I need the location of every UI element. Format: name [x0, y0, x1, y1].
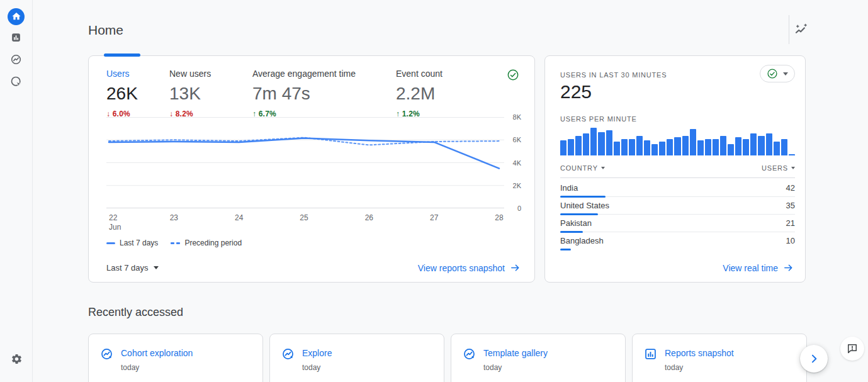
metric-value: 2.2M: [396, 84, 442, 104]
per-minute-bar: [735, 137, 741, 155]
chevron-down-icon: [154, 266, 159, 269]
country-column-header[interactable]: COUNTRY: [560, 164, 605, 172]
recent-card-title: Template gallery: [483, 348, 548, 358]
realtime-users-value: 225: [560, 81, 592, 103]
data-quality-check-icon[interactable]: [507, 69, 519, 84]
metric-label: Event count: [396, 69, 442, 79]
insights-sparkline-icon: [794, 22, 809, 39]
recent-card-title: Cohort exploration: [121, 348, 193, 358]
per-minute-bar: [575, 136, 582, 155]
recent-card-time: today: [302, 363, 332, 372]
feedback-button[interactable]: [840, 337, 864, 361]
country-users-value: 10: [786, 236, 795, 245]
sidebar-item-settings[interactable]: [8, 351, 25, 369]
users-line-chart[interactable]: [106, 117, 504, 208]
country-row-pakistan[interactable]: Pakistan21: [560, 215, 795, 232]
x-axis-tick-label: 24: [235, 213, 243, 223]
legend-label: Preceding period: [184, 239, 242, 247]
overview-card-footer: Last 7 days View reports snapshot: [106, 262, 521, 273]
x-axis-tick-label: 26: [365, 213, 373, 223]
date-range-selector[interactable]: Last 7 days: [106, 263, 159, 272]
metric-users[interactable]: Users26K↓ 6.0%: [106, 69, 169, 118]
y-axis-tick-label: 4K: [513, 160, 521, 167]
view-real-time-label: View real time: [723, 263, 778, 273]
chevron-down-icon: [791, 167, 795, 169]
view-reports-snapshot-label: View reports snapshot: [418, 263, 505, 273]
recent-card-cohort-exploration[interactable]: Cohort explorationtoday: [88, 334, 263, 382]
per-minute-bar: [774, 142, 780, 155]
recent-card-time: today: [121, 363, 193, 372]
metric-label: Users: [106, 69, 169, 79]
per-minute-bar: [750, 133, 757, 155]
recently-accessed-title: Recently accessed: [88, 306, 183, 319]
metric-value: 7m 47s: [252, 84, 396, 104]
per-minute-bar: [636, 136, 643, 155]
realtime-table-header: COUNTRY USERS: [560, 164, 795, 178]
country-column-label: COUNTRY: [560, 164, 598, 172]
legend-label: Last 7 days: [120, 239, 158, 247]
per-minute-bar: [743, 139, 749, 155]
explore-icon: [463, 347, 476, 361]
arrow-right-icon: [510, 262, 521, 273]
sidebar: [0, 0, 33, 382]
sidebar-item-explore[interactable]: [8, 52, 25, 69]
metric-value: 13K: [169, 84, 252, 104]
sidebar-item-home[interactable]: [8, 8, 25, 25]
realtime-country-table: India42United States35Pakistan21Banglade…: [560, 179, 795, 249]
overview-card: Users26K↓ 6.0%New users13K↓ 8.2%Average …: [88, 55, 535, 283]
insights-button[interactable]: [792, 21, 811, 40]
arrow-right-icon: [783, 262, 794, 273]
per-minute-bar: [568, 139, 574, 155]
recent-card-text: Template gallerytoday: [483, 348, 548, 372]
x-axis-tick-label: 25: [300, 213, 308, 223]
header-divider: [789, 15, 789, 44]
recent-card-explore[interactable]: Exploretoday: [269, 334, 444, 382]
feedback-icon: [846, 342, 859, 355]
per-minute-bar: [629, 139, 635, 155]
realtime-card: USERS IN LAST 30 MINUTES 225 USERS PER M…: [544, 55, 806, 283]
x-axis-tick-label: 28: [495, 213, 503, 223]
view-real-time-link[interactable]: View real time: [723, 262, 794, 273]
recent-card-text: Reports snapshottoday: [665, 348, 734, 372]
chart-legend: Last 7 daysPreceding period: [106, 239, 242, 247]
recent-card-text: Exploretoday: [302, 348, 332, 372]
per-minute-bar: [705, 139, 711, 155]
country-name: India: [560, 183, 578, 193]
carousel-next-button[interactable]: [800, 345, 828, 373]
users-column-header[interactable]: USERS: [762, 164, 795, 172]
metric-label: New users: [169, 69, 252, 79]
country-row-united-states[interactable]: United States35: [560, 197, 795, 215]
recent-card-reports-snapshot[interactable]: Reports snapshottoday: [632, 334, 807, 382]
users-per-minute-chart[interactable]: [560, 128, 795, 155]
reports-icon: [644, 347, 657, 361]
users-per-minute-label: USERS PER MINUTE: [560, 115, 637, 123]
metric-event-count[interactable]: Event count2.2M↑ 1.2%: [396, 69, 442, 118]
per-minute-bar: [690, 129, 696, 155]
explore-icon: [281, 347, 295, 361]
y-axis-tick-label: 6K: [513, 137, 521, 143]
per-minute-bar: [674, 137, 680, 155]
recent-card-time: today: [665, 363, 734, 372]
per-minute-bar: [667, 139, 673, 155]
country-row-india[interactable]: India42: [560, 179, 795, 197]
per-minute-bar: [659, 142, 665, 155]
country-row-bangladesh[interactable]: Bangladesh10: [560, 232, 795, 249]
metric-average-engagement-time[interactable]: Average engagement time7m 47s↑ 6.7%: [252, 69, 396, 118]
country-name: United States: [560, 201, 609, 210]
recent-card-title: Reports snapshot: [665, 348, 734, 358]
per-minute-bar: [651, 144, 658, 155]
x-axis-tick-label: 23: [170, 213, 178, 223]
realtime-status-dropdown[interactable]: [760, 65, 795, 82]
recent-card-template-gallery[interactable]: Template gallerytoday: [451, 334, 626, 382]
y-axis-tick-label: 0: [517, 205, 521, 212]
per-minute-bar: [621, 139, 628, 155]
country-name: Pakistan: [560, 218, 592, 228]
advertising-icon: [10, 76, 23, 90]
country-users-value: 21: [786, 218, 795, 228]
x-axis-labels: 22 Jun232425262728: [106, 213, 509, 232]
view-reports-snapshot-link[interactable]: View reports snapshot: [418, 262, 521, 273]
chevron-down-icon: [783, 72, 788, 76]
sidebar-item-advertising[interactable]: [8, 74, 25, 91]
sidebar-item-reports[interactable]: [8, 30, 25, 47]
metric-new-users[interactable]: New users13K↓ 8.2%: [169, 69, 252, 118]
